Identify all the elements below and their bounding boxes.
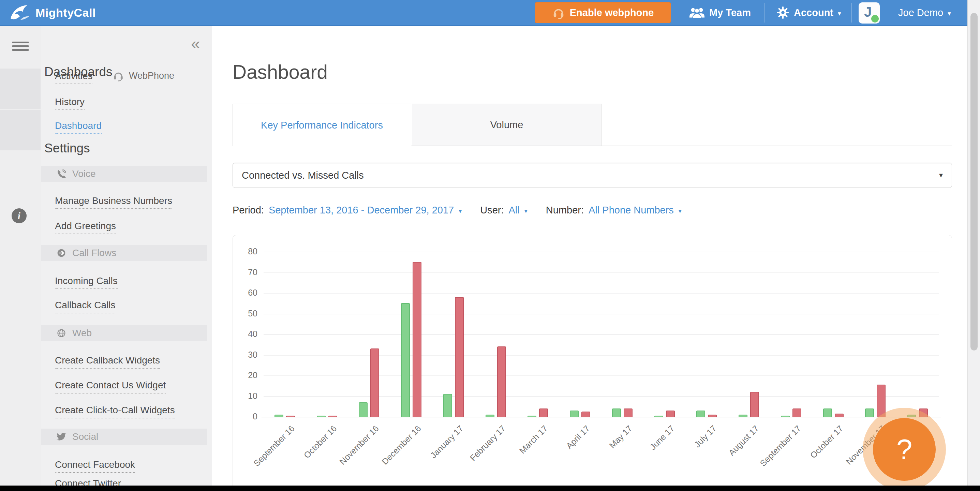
x-axis-line	[261, 417, 941, 417]
caret-down-icon[interactable]: ▾	[525, 207, 528, 215]
y-axis-label: 0	[233, 412, 258, 421]
number-value[interactable]: All Phone Numbers	[589, 205, 674, 216]
y-axis-label: 30	[233, 350, 258, 360]
y-axis-label: 70	[233, 267, 258, 277]
sidebar-section-web: Web	[41, 325, 207, 341]
sidebar-link-add-greetings[interactable]: Add Greetings	[55, 221, 116, 234]
sidebar-item-history[interactable]: History	[55, 97, 84, 110]
bar-missed	[708, 415, 717, 417]
twitter-icon	[56, 431, 67, 442]
rail-cell[interactable]: i	[0, 110, 41, 150]
rail-cell[interactable]	[0, 68, 41, 109]
my-team-label: My Team	[709, 7, 751, 18]
sidebar-link-connect-facebook[interactable]: Connect Facebook	[55, 459, 135, 473]
call-flow-icon	[56, 248, 67, 259]
my-team-button[interactable]: My Team	[689, 0, 751, 25]
y-axis-label: 60	[233, 288, 258, 298]
bar-missed	[370, 348, 379, 417]
sidebar-link-create-callback-widgets[interactable]: Create Callback Widgets	[55, 355, 160, 369]
metric-select-value: Connected vs. Missed Calls	[242, 170, 364, 181]
tab-volume[interactable]: Volume	[412, 104, 601, 146]
bar-missed	[328, 416, 337, 417]
letterbox-bar	[0, 486, 980, 491]
sidebar-link-create-contact-us-widget[interactable]: Create Contact Us Widget	[55, 380, 166, 394]
sidebar-item-activities[interactable]: Activities	[55, 71, 92, 84]
bar-connected	[317, 416, 326, 417]
metric-select[interactable]: Connected vs. Missed Calls ▾	[232, 163, 952, 188]
sidebar-section-social: Social	[41, 429, 207, 445]
bar-connected	[401, 303, 410, 417]
bar-missed	[539, 408, 548, 417]
gridline	[264, 293, 939, 294]
caret-down-icon[interactable]: ▾	[679, 207, 682, 215]
user-menu[interactable]: Joe Demo ▾	[898, 0, 951, 25]
caret-down-icon[interactable]: ▾	[459, 207, 462, 215]
headset-icon	[113, 70, 124, 81]
user-name: Joe Demo	[898, 7, 943, 18]
bar-missed	[750, 392, 759, 417]
bar-connected	[570, 410, 579, 417]
bar-connected	[528, 416, 536, 417]
gridline	[264, 355, 939, 356]
people-icon	[689, 6, 705, 19]
bar-missed	[581, 412, 590, 417]
bar-missed	[877, 385, 886, 417]
account-button[interactable]: Account ▾	[776, 0, 841, 25]
headset-icon	[552, 6, 565, 19]
account-label: Account	[794, 7, 834, 18]
y-axis-label: 10	[233, 391, 258, 401]
mightycall-logo-icon	[9, 3, 31, 22]
sidebar-item-dashboard[interactable]: Dashboard	[55, 120, 102, 134]
bar-chart: 01020304050607080September 16October 16N…	[232, 235, 952, 491]
sidebar: i Dashboards « Activities WebPhone Histo…	[0, 25, 212, 491]
bar-missed	[792, 408, 801, 417]
section-label: Social	[72, 431, 98, 442]
help-button[interactable]: ?	[873, 418, 935, 481]
avatar[interactable]: J	[859, 2, 880, 24]
help-label: ?	[896, 433, 913, 466]
gridline	[264, 334, 939, 335]
bar-connected	[865, 408, 874, 417]
bar-connected	[443, 394, 452, 417]
bar-connected	[738, 415, 748, 417]
collapse-sidebar-button[interactable]: «	[191, 35, 200, 52]
filters-bar: Period: September 13, 2016 - December 29…	[232, 205, 682, 216]
hamburger-menu-button[interactable]	[12, 41, 29, 52]
scrollbar-thumb[interactable]	[970, 13, 978, 351]
y-axis-label: 80	[233, 246, 258, 256]
period-value[interactable]: September 13, 2016 - December 29, 2017	[269, 205, 454, 216]
section-label: Voice	[72, 168, 96, 180]
sidebar-section-call-flows: Call Flows	[41, 245, 207, 261]
page-title: Dashboard	[232, 61, 328, 83]
section-label: Call Flows	[72, 248, 116, 259]
caret-down-icon: ▾	[939, 171, 943, 180]
bar-connected	[359, 402, 368, 417]
globe-icon	[56, 328, 67, 338]
sidebar-link-incoming-calls[interactable]: Incoming Calls	[55, 275, 118, 289]
bar-connected	[696, 410, 705, 417]
bar-connected	[823, 408, 832, 417]
bar-missed	[286, 416, 295, 417]
online-status-dot	[871, 15, 879, 22]
bar-connected	[485, 415, 495, 417]
gridline	[264, 314, 939, 315]
gridline	[264, 396, 939, 397]
number-label: Number:	[546, 205, 584, 216]
phone-icon	[56, 168, 67, 180]
sidebar-link-manage-business-numbers[interactable]: Manage Business Numbers	[55, 195, 172, 209]
gridline	[264, 272, 939, 273]
y-axis-label: 40	[233, 329, 258, 339]
gridline	[264, 375, 939, 376]
bar-connected	[654, 416, 663, 417]
tab-key-performance-indicators[interactable]: Key Performance Indicators	[232, 104, 411, 146]
enable-webphone-button[interactable]: Enable webphone	[535, 2, 671, 23]
sidebar-link-create-click-to-call-widgets[interactable]: Create Click-to-Call Widgets	[55, 405, 175, 418]
header-divider	[764, 3, 765, 22]
caret-down-icon: ▾	[838, 10, 841, 17]
header-divider	[851, 3, 852, 22]
bar-connected	[275, 415, 283, 417]
bar-connected	[612, 408, 621, 417]
user-value[interactable]: All	[509, 205, 520, 216]
sidebar-link-callback-calls[interactable]: Callback Calls	[55, 300, 115, 313]
sidebar-item-webphone[interactable]: WebPhone	[113, 70, 174, 81]
